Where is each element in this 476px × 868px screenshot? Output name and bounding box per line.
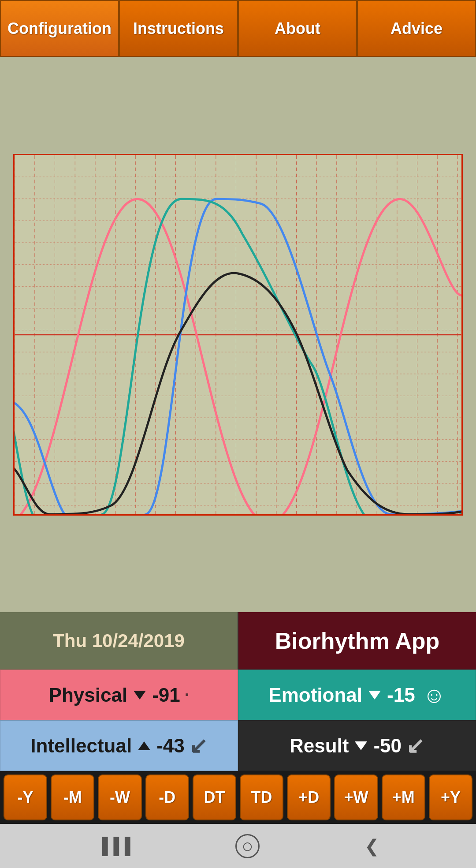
biorhythm-chart-container[interactable] [13, 154, 463, 516]
result-value: -50 [373, 735, 402, 757]
nav-instructions-label: Instructions [133, 19, 224, 38]
emotional-value: -15 [387, 684, 415, 706]
btn-td[interactable]: TD [240, 774, 283, 820]
physical-direction-icon [134, 691, 146, 700]
android-nav-bar: ▐▐▐ ○ ❮ [0, 824, 476, 868]
intellectual-label: Intellectual [30, 735, 132, 757]
result-cell[interactable]: Result -50 ↙ [238, 720, 476, 771]
physical-label: Physical [49, 684, 128, 706]
chart-area [0, 57, 476, 612]
intellectual-curve-icon: ↙ [189, 733, 208, 759]
current-date: Thu 10/24/2019 [53, 630, 185, 651]
btn-minus-week[interactable]: -W [98, 774, 141, 820]
physical-value: -91 [152, 684, 180, 706]
intellectual-direction-icon [138, 741, 150, 750]
emotional-label: Emotional [268, 684, 362, 706]
navigation-bar: Configuration Instructions About Advice [0, 0, 476, 57]
nav-advice[interactable]: Advice [357, 0, 476, 57]
bottom-panel: Thu 10/24/2019 Biorhythm App Physical -9… [0, 612, 476, 824]
btn-minus-day[interactable]: -D [145, 774, 189, 820]
physical-curve-icon: · [185, 685, 190, 704]
btn-minus-year[interactable]: -Y [4, 774, 47, 820]
result-label: Result [290, 735, 349, 757]
emotional-cell[interactable]: Emotional -15 ☺ [238, 670, 476, 720]
btn-plus-day[interactable]: +D [287, 774, 331, 820]
btn-plus-year[interactable]: +Y [429, 774, 472, 820]
android-recent-button[interactable]: ▐▐▐ [97, 837, 130, 855]
nav-instructions[interactable]: Instructions [119, 0, 238, 57]
date-section: Thu 10/24/2019 [0, 612, 238, 670]
nav-advice-label: Advice [390, 19, 443, 38]
control-buttons-row: -Y -M -W -D DT TD +D +W +M +Y [0, 771, 476, 824]
btn-dt[interactable]: DT [193, 774, 236, 820]
btn-plus-week[interactable]: +W [334, 774, 378, 820]
btn-minus-month[interactable]: -M [51, 774, 94, 820]
result-direction-icon [355, 741, 367, 750]
android-back-button[interactable]: ❮ [364, 836, 379, 856]
android-home-button[interactable]: ○ [235, 834, 260, 858]
nav-configuration[interactable]: Configuration [0, 0, 119, 57]
result-curve-icon: ↙ [406, 733, 424, 759]
date-title-row: Thu 10/24/2019 Biorhythm App [0, 612, 476, 670]
emotional-curve-icon: ☺ [423, 682, 446, 708]
intellectual-result-row: Intellectual -43 ↙ Result -50 ↙ [0, 720, 476, 771]
intellectual-cell[interactable]: Intellectual -43 ↙ [0, 720, 238, 771]
nav-configuration-label: Configuration [7, 19, 112, 38]
app-title-section: Biorhythm App [238, 612, 476, 670]
physical-emotional-row: Physical -91 · Emotional -15 ☺ [0, 670, 476, 720]
nav-about-label: About [275, 19, 320, 38]
intellectual-value: -43 [156, 735, 185, 757]
emotional-direction-icon [368, 691, 381, 700]
btn-plus-month[interactable]: +M [382, 774, 425, 820]
app-title: Biorhythm App [275, 628, 440, 654]
physical-cell[interactable]: Physical -91 · [0, 670, 238, 720]
biorhythm-svg [15, 155, 461, 514]
nav-about[interactable]: About [238, 0, 357, 57]
